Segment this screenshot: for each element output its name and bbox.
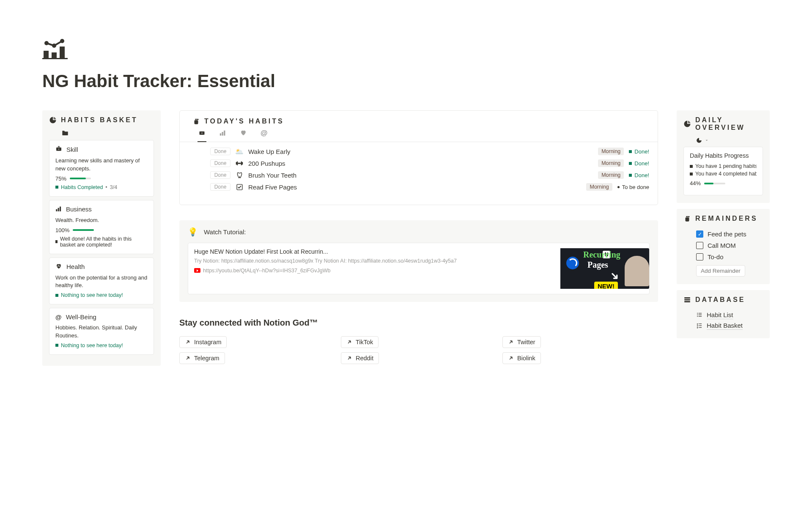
todays-habits-panel: TODAY'S HABITS @ Done 🌥️ xyxy=(179,110,658,205)
svg-rect-25 xyxy=(242,162,243,164)
basket-meta: Well done! All the habits in this basket… xyxy=(55,236,148,248)
social-instagram[interactable]: Instagram xyxy=(179,336,227,348)
tab-skill[interactable] xyxy=(198,129,206,142)
at-icon: @ xyxy=(55,313,62,321)
basket-meta: Nothing to see here today! xyxy=(55,292,148,298)
habit-row[interactable]: Done 🌥️ Wake Up Early Morning Done! xyxy=(188,145,649,157)
habit-status: Done! xyxy=(629,160,649,167)
svg-rect-35 xyxy=(699,313,702,313)
sunrise-icon: 🌥️ xyxy=(236,148,243,155)
tab-health[interactable] xyxy=(239,129,248,142)
progress-bar xyxy=(73,229,94,231)
skill-icon xyxy=(55,145,62,153)
daily-overview-heading: DAILY OVERVIEW xyxy=(683,116,763,132)
database-panel: DATABASE Habit List Habit Basket xyxy=(677,290,770,338)
progress-bar xyxy=(704,183,725,184)
youtube-icon xyxy=(194,268,200,273)
checkbox-checked[interactable] xyxy=(696,230,703,238)
video-card[interactable]: Huge NEW Notion Update! First Look at Re… xyxy=(188,243,650,294)
db-link-habit-list[interactable]: Habit List xyxy=(683,310,763,320)
add-remainder-button[interactable]: Add Remainder xyxy=(696,265,745,277)
svg-point-34 xyxy=(697,313,698,314)
done-pill[interactable]: Done xyxy=(210,183,230,191)
folder-tab[interactable] xyxy=(49,130,154,137)
remainder-item[interactable]: To-do xyxy=(683,251,763,263)
done-pill[interactable]: Done xyxy=(210,148,230,155)
svg-rect-32 xyxy=(684,299,690,301)
svg-point-36 xyxy=(697,315,698,315)
habit-row[interactable]: Done 200 Pushups Morning Done! xyxy=(188,157,649,169)
basket-card-business[interactable]: Business Wealth. Freedom. 100% Well done… xyxy=(49,200,154,254)
svg-rect-17 xyxy=(201,133,203,133)
done-pill[interactable]: Done xyxy=(210,159,230,167)
tab-wellbeing[interactable]: @ xyxy=(260,129,269,142)
checkbox[interactable] xyxy=(696,253,703,260)
svg-rect-9 xyxy=(56,209,57,211)
overview-dropdown[interactable] xyxy=(683,137,763,143)
svg-point-15 xyxy=(197,119,198,120)
lightbulb-icon: 💡 xyxy=(188,228,198,236)
page-icon xyxy=(42,38,68,59)
svg-rect-21 xyxy=(236,162,237,164)
social-tiktok[interactable]: TikTok xyxy=(341,336,379,348)
svg-rect-40 xyxy=(699,323,702,324)
svg-rect-12 xyxy=(195,120,198,124)
remainder-item[interactable]: Call MOM xyxy=(683,240,763,251)
basket-card-wellbeing[interactable]: @ Well-Being Hobbies. Relation. Spiritua… xyxy=(49,308,154,355)
basket-desc: Work on the potential for a strong and h… xyxy=(55,274,148,290)
habit-row[interactable]: Done Read Five Pages Morning To be done xyxy=(188,181,649,193)
social-telegram[interactable]: Telegram xyxy=(179,352,225,364)
habit-tag: Morning xyxy=(598,171,624,179)
habit-tag: Morning xyxy=(598,159,624,167)
tutorial-label: Watch Tutorial: xyxy=(204,228,246,236)
daily-overview-heading-text: DAILY OVERVIEW xyxy=(695,116,763,132)
habit-status: Done! xyxy=(629,172,649,178)
remainder-item[interactable]: Feed the pets xyxy=(683,228,763,240)
pie-icon xyxy=(49,116,57,124)
basket-desc: Wealth. Freedom. xyxy=(55,217,148,225)
database-icon xyxy=(683,296,691,304)
habit-status: To be done xyxy=(617,184,649,190)
video-title: Huge NEW Notion Update! First Look at Re… xyxy=(194,248,554,255)
habits-basket-heading-text: HABITS BASKET xyxy=(61,116,138,124)
remainders-panel: REMAINDERS Feed the pets Call MOM To-do … xyxy=(677,209,770,284)
basket-percent: 75% xyxy=(55,175,66,182)
habit-name: Read Five Pages xyxy=(248,184,581,191)
habit-tag: Morning xyxy=(586,183,612,191)
daily-overview-panel: DAILY OVERVIEW Daily Habits Progress You… xyxy=(677,110,770,203)
habits-basket-panel: HABITS BASKET Skill Learning new skills … xyxy=(42,110,161,366)
basket-title: Business xyxy=(66,206,92,213)
done-pill[interactable]: Done xyxy=(210,171,230,179)
social-twitter[interactable]: Twitter xyxy=(502,336,541,348)
basket-desc: Hobbies. Relation. Spiritual. Daily Rout… xyxy=(55,324,148,340)
social-reddit[interactable]: Reddit xyxy=(341,352,379,364)
svg-rect-19 xyxy=(222,132,223,136)
todays-habits-heading: TODAY'S HABITS xyxy=(188,118,649,125)
thumb-line2: Pages xyxy=(587,260,608,270)
overview-card[interactable]: Daily Habits Progress You have 1 pending… xyxy=(683,147,763,195)
habit-status: Done! xyxy=(629,148,649,155)
tutorial-heading: 💡 Watch Tutorial: xyxy=(188,228,650,236)
db-link-habit-basket[interactable]: Habit Basket xyxy=(683,320,763,331)
svg-point-38 xyxy=(697,316,698,317)
jar-icon xyxy=(192,118,200,125)
basket-title: Skill xyxy=(66,146,78,153)
tab-business[interactable] xyxy=(218,129,227,142)
svg-rect-20 xyxy=(224,131,225,136)
habit-row[interactable]: Done Brush Your Teeth Morning Done! xyxy=(188,169,649,181)
remainders-heading-text: REMAINDERS xyxy=(695,215,758,222)
remainder-label: To-do xyxy=(708,253,724,260)
basket-percent: 100% xyxy=(55,227,69,233)
svg-rect-11 xyxy=(60,206,61,211)
svg-rect-42 xyxy=(699,327,702,328)
svg-rect-10 xyxy=(58,208,59,211)
svg-rect-23 xyxy=(238,163,241,164)
svg-rect-18 xyxy=(220,133,221,135)
checkbox[interactable] xyxy=(696,242,703,249)
social-biolink[interactable]: Biolink xyxy=(502,352,541,364)
basket-card-health[interactable]: Health Work on the potential for a stron… xyxy=(49,258,154,305)
remainders-heading: REMAINDERS xyxy=(683,215,763,222)
heart-icon xyxy=(55,263,62,271)
pie-icon xyxy=(683,120,691,128)
basket-card-skill[interactable]: Skill Learning new skills and mastery of… xyxy=(49,140,154,197)
